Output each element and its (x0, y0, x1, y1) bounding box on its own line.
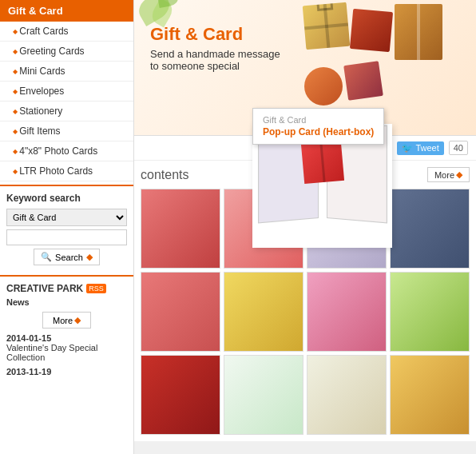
search-button[interactable]: 🔍 Search ◆ (34, 249, 100, 265)
grid-item-6[interactable] (224, 272, 303, 352)
sidebar-label: Mini Cards (19, 66, 65, 77)
card-inner (259, 130, 387, 242)
sidebar-link-envelopes[interactable]: Envelopes (0, 82, 133, 102)
banner-title: Gift & Card (150, 24, 280, 45)
thumb-8 (391, 273, 469, 351)
more-button[interactable]: More ◆ (42, 312, 91, 329)
thumb-9 (141, 356, 220, 434)
grid-item-11[interactable] (307, 355, 387, 435)
news-item-2[interactable]: 2013-11-19 (6, 367, 127, 376)
news-title-1: Valentine's Day Special Collection (6, 343, 127, 362)
gift-box-3 (395, 4, 442, 60)
sidebar-header: Gift & Card (0, 0, 133, 22)
tooltip-popup: Gift & Card Pop-up Card (Heart-box) (252, 108, 384, 145)
gift-box-1 (303, 2, 351, 50)
tweet-count: 40 (449, 141, 468, 155)
sidebar-label: Stationery (19, 106, 62, 117)
keyword-search-select[interactable]: Gift & Card Craft Cards Greeting Cards (6, 209, 127, 226)
sidebar-link-4x8-photo[interactable]: 4"x8" Photo Cards (0, 141, 133, 161)
gift-box-2 (350, 9, 393, 52)
news-label: News (6, 297, 127, 307)
sidebar-item-ltr-photo[interactable]: LTR Photo Cards (0, 161, 133, 181)
creative-park-section: CREATIVE PARK RSS News More ◆ 2014-01-15… (0, 275, 133, 388)
keyword-search-section: Keyword search Gift & Card Craft Cards G… (0, 185, 133, 272)
twitter-icon: 🐦 (402, 143, 413, 153)
search-label: Search (55, 253, 83, 262)
sidebar-item-craft-cards[interactable]: Craft Cards (0, 22, 133, 42)
sidebar-nav: Craft Cards Greeting Cards Mini Cards En… (0, 22, 133, 181)
thumb-12 (391, 356, 469, 434)
sidebar: Gift & Card Craft Cards Greeting Cards M… (0, 0, 134, 454)
news-item-1[interactable]: 2014-01-15 Valentine's Day Special Colle… (6, 333, 127, 362)
grid-item-5[interactable] (141, 272, 220, 352)
more-link-label: More (434, 170, 454, 180)
sidebar-item-mini-cards[interactable]: Mini Cards (0, 62, 133, 82)
grid-item-8[interactable] (390, 272, 470, 352)
sidebar-label: Craft Cards (19, 26, 68, 37)
keyword-search-input[interactable] (6, 229, 127, 245)
more-arrow-icon: ◆ (74, 315, 81, 325)
keyword-search-title: Keyword search (6, 193, 127, 204)
gift-box-4 (304, 67, 343, 106)
thumb-1 (141, 189, 220, 268)
more-label: More (53, 316, 73, 325)
sidebar-label: LTR Photo Cards (19, 165, 93, 177)
gift-box-5 (343, 61, 383, 101)
sidebar-label: Greeting Cards (19, 46, 84, 57)
grid-item-1[interactable] (141, 189, 220, 269)
thumb-10 (224, 356, 303, 434)
tooltip-title: Pop-up Card (Heart-box) (263, 126, 374, 137)
tooltip-category: Gift & Card (263, 115, 374, 125)
news-date-2: 2013-11-19 (6, 367, 127, 376)
grid-item-12[interactable] (390, 355, 470, 435)
contents-title: contents (141, 168, 188, 182)
more-arrow-icon: ◆ (456, 169, 462, 180)
thumb-6 (224, 273, 303, 351)
sidebar-header-title: Gift & Card (8, 5, 63, 17)
banner-subtitle: Send a handmade messageto someone specia… (150, 48, 280, 72)
sidebar-link-gift-items[interactable]: Gift Items (0, 121, 133, 141)
sidebar-link-greeting-cards[interactable]: Greeting Cards (0, 42, 133, 62)
sidebar-item-gift-items[interactable]: Gift Items (0, 121, 133, 141)
banner-text: Gift & Card Send a handmade messageto so… (150, 24, 280, 72)
creative-park-title: CREATIVE PARK (6, 283, 83, 294)
thumb-5 (141, 273, 220, 351)
sidebar-link-ltr-photo[interactable]: LTR Photo Cards (0, 161, 133, 181)
sidebar-link-craft-cards[interactable]: Craft Cards (0, 22, 133, 42)
search-arrow-icon: ◆ (86, 252, 93, 262)
sidebar-link-stationery[interactable]: Stationery (0, 102, 133, 121)
creative-park-header: CREATIVE PARK RSS (6, 283, 127, 294)
news-list: 2014-01-15 Valentine's Day Special Colle… (6, 333, 127, 376)
sidebar-label: 4"x8" Photo Cards (19, 145, 97, 157)
grid-item-7[interactable] (307, 272, 387, 352)
grid-item-9[interactable] (141, 355, 220, 435)
thumb-4 (391, 189, 469, 268)
sidebar-link-mini-cards[interactable]: Mini Cards (0, 62, 133, 82)
sidebar-label: Envelopes (19, 86, 64, 97)
contents-more-link[interactable]: More ◆ (427, 167, 470, 182)
grid-item-10[interactable] (224, 355, 303, 435)
sidebar-item-stationery[interactable]: Stationery (0, 102, 133, 121)
tweet-button[interactable]: 🐦 Tweet (397, 141, 443, 155)
sidebar-label: Gift Items (19, 125, 60, 137)
rss-badge[interactable]: RSS (86, 284, 106, 293)
sidebar-item-envelopes[interactable]: Envelopes (0, 82, 133, 102)
tweet-label: Tweet (415, 143, 438, 153)
main-content: Gift & Card Send a handmade messageto so… (134, 0, 476, 454)
sidebar-item-greeting-cards[interactable]: Greeting Cards (0, 42, 133, 62)
search-icon: 🔍 (41, 252, 52, 262)
thumb-11 (307, 356, 386, 434)
news-date-1: 2014-01-15 (6, 333, 127, 343)
sidebar-item-4x8-photo[interactable]: 4"x8" Photo Cards (0, 141, 133, 161)
thumb-7 (307, 273, 386, 351)
grid-item-4[interactable] (390, 189, 470, 269)
